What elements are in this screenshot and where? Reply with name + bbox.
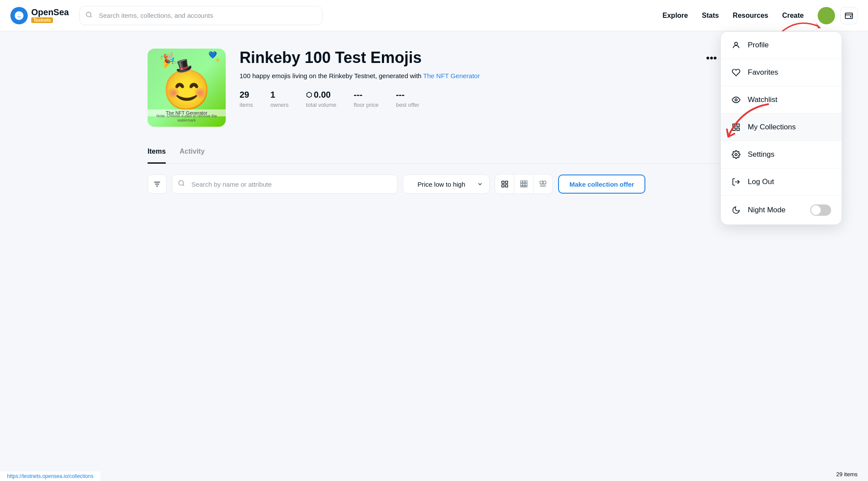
menu-watchlist-label: Watchlist	[748, 96, 831, 104]
chevron-down-icon	[477, 181, 483, 187]
tab-activity[interactable]: Activity	[180, 141, 205, 164]
tabs: Items Activity	[148, 141, 720, 164]
logout-icon	[731, 177, 741, 187]
collection-desc-link[interactable]: The NFT Generator	[423, 72, 480, 79]
svg-rect-10	[737, 128, 740, 131]
nav-explore[interactable]: Explore	[663, 12, 688, 20]
svg-rect-19	[505, 181, 507, 183]
stat-owners-value: 1	[270, 90, 289, 100]
collection-desc: 100 happy emojis living on the Rinkeby T…	[240, 72, 689, 79]
nav-links: Explore Stats Resources Create	[663, 12, 804, 20]
logo-area[interactable]: OpenSea Testnets	[10, 7, 69, 24]
stat-owners: 1 owners	[270, 90, 289, 108]
view-grid-4-button[interactable]	[495, 175, 514, 194]
svg-rect-30	[525, 186, 527, 187]
menu-item-watchlist[interactable]: Watchlist	[721, 86, 842, 114]
view-detail-button[interactable]	[533, 175, 552, 194]
view-grid-3-button[interactable]	[514, 175, 533, 194]
stat-best-offer: --- best offer	[396, 90, 419, 108]
collection-info: Rinkeby 100 Test Emojis 100 happy emojis…	[240, 49, 689, 108]
bottom-url-text: https://testnets.opensea.io/collections	[7, 473, 93, 479]
global-search	[79, 6, 322, 25]
stat-items: 29 items	[240, 90, 253, 108]
moon-icon	[731, 205, 741, 215]
nav-stats[interactable]: Stats	[702, 12, 719, 20]
bottom-url-bar: https://testnets.opensea.io/collections	[0, 471, 100, 481]
menu-item-profile[interactable]: Profile	[721, 32, 842, 59]
menu-collections-label: My Collections	[748, 123, 831, 132]
more-options-button[interactable]: •••	[703, 49, 720, 68]
menu-night-mode-label: Night Mode	[748, 206, 803, 214]
svg-rect-27	[525, 184, 527, 186]
opensea-logo-icon	[10, 7, 28, 24]
sort-label: Price low to high	[409, 181, 473, 188]
user-dropdown-menu: Profile Favorites Watchlist My Collectio…	[720, 31, 842, 225]
collection-header: 🎉 💙 ✦ 😊 🎩 The NFT Generator Note: Choose…	[148, 49, 720, 127]
svg-rect-7	[733, 124, 736, 127]
filter-button[interactable]	[148, 175, 167, 194]
nav-create[interactable]: Create	[782, 12, 804, 20]
user-avatar-button[interactable]	[818, 7, 835, 24]
menu-logout-label: Log Out	[748, 178, 831, 186]
stat-volume: ⬡ 0.00 total volume	[306, 90, 336, 108]
stat-volume-value: ⬡ 0.00	[306, 90, 336, 100]
svg-rect-23	[523, 181, 525, 183]
menu-item-logout[interactable]: Log Out	[721, 168, 842, 196]
svg-point-5	[735, 42, 738, 45]
nav-resources[interactable]: Resources	[733, 12, 768, 20]
menu-item-favorites[interactable]: Favorites	[721, 59, 842, 86]
stat-floor: --- floor price	[354, 90, 378, 108]
menu-item-my-collections[interactable]: My Collections	[721, 114, 842, 141]
stat-items-label: items	[240, 102, 253, 108]
menu-item-night-mode[interactable]: Night Mode	[721, 196, 842, 224]
night-mode-toggle[interactable]	[810, 204, 831, 216]
stat-floor-label: floor price	[354, 102, 378, 108]
items-count: 29 items	[826, 468, 868, 481]
stat-volume-label: total volume	[306, 102, 336, 108]
svg-rect-31	[540, 181, 542, 184]
gear-icon	[731, 150, 741, 159]
nav-actions	[818, 7, 858, 24]
svg-rect-28	[520, 186, 523, 187]
svg-rect-29	[523, 186, 525, 187]
svg-rect-2	[845, 13, 853, 18]
heart-icon	[731, 68, 741, 77]
svg-point-3	[850, 16, 851, 17]
search-items-icon	[178, 180, 185, 188]
svg-rect-18	[502, 181, 504, 183]
svg-point-11	[735, 154, 737, 156]
svg-rect-24	[525, 181, 527, 183]
stat-best-offer-label: best offer	[396, 102, 419, 108]
logo-text: OpenSea	[31, 8, 69, 16]
stat-best-offer-value: ---	[396, 90, 419, 100]
menu-item-settings[interactable]: Settings	[721, 141, 842, 168]
eth-symbol: ⬡	[306, 91, 312, 99]
make-collection-offer-button[interactable]: Make collection offer	[558, 175, 645, 194]
navbar: OpenSea Testnets Explore Stats Resources…	[0, 0, 868, 31]
view-toggles	[495, 174, 553, 194]
main-content: 🎉 💙 ✦ 😊 🎩 The NFT Generator Note: Choose…	[130, 31, 738, 204]
svg-rect-32	[543, 181, 546, 184]
collection-title: Rinkeby 100 Test Emojis	[240, 49, 689, 67]
search-items-input[interactable]	[172, 175, 398, 194]
logo-text-area: OpenSea Testnets	[31, 8, 69, 23]
stat-items-value: 29	[240, 90, 253, 100]
tab-items[interactable]: Items	[148, 141, 166, 164]
nft-emoji: 😊	[162, 67, 211, 113]
collection-image-inner: 🎉 💙 ✦ 😊 🎩 The NFT Generator Note: Choose…	[148, 49, 226, 127]
wallet-button[interactable]	[840, 7, 858, 24]
svg-rect-20	[502, 185, 504, 187]
svg-rect-21	[505, 185, 507, 187]
svg-rect-25	[520, 184, 523, 186]
sort-dropdown[interactable]: Price low to high	[403, 175, 490, 194]
svg-point-16	[179, 181, 184, 185]
person-icon	[731, 40, 741, 50]
logo-badge: Testnets	[31, 17, 53, 23]
search-icon	[85, 11, 92, 20]
svg-rect-26	[523, 184, 525, 186]
svg-rect-8	[737, 124, 740, 127]
global-search-input[interactable]	[79, 6, 322, 25]
menu-settings-label: Settings	[748, 150, 831, 159]
grid-icon	[731, 122, 741, 132]
stat-floor-value: ---	[354, 90, 378, 100]
